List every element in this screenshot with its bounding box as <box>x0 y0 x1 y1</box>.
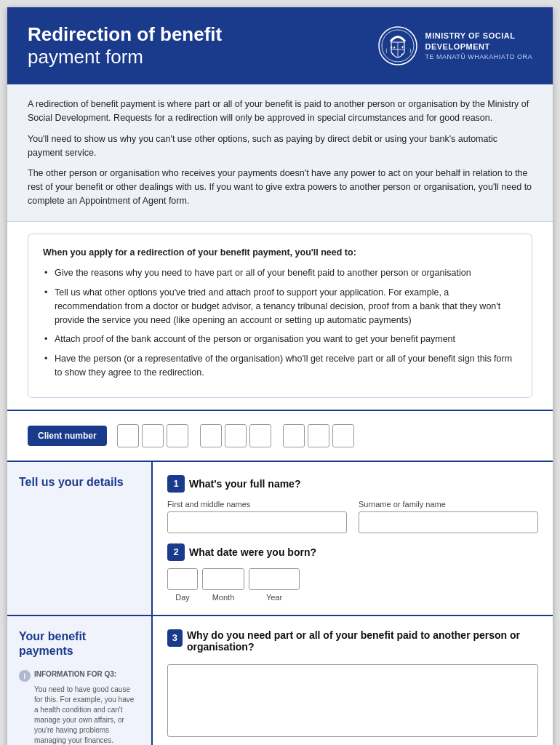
section-right-details: 1 What's your full name? First and middl… <box>153 462 553 615</box>
client-number-row: Client number <box>7 410 553 462</box>
q1-label: What's your full name? <box>189 478 300 490</box>
section-title-benefit: Your benefit payments <box>19 629 140 660</box>
info-note-text: You need to have good cause for this. Fo… <box>19 685 140 745</box>
cn-digit-8[interactable] <box>308 424 329 447</box>
info-box: When you apply for a redirection of your… <box>28 234 532 398</box>
section-tell-us-details: Tell us your details 1 What's your full … <box>7 462 553 616</box>
question-2: 2 What date were you born? Day Month Yea… <box>167 543 538 602</box>
cn-digit-5[interactable] <box>225 424 247 447</box>
page: Redirection of benefit payment form ★★ ✦ <box>7 7 553 745</box>
day-input[interactable] <box>167 568 198 590</box>
section-left-details: Tell us your details <box>7 462 153 615</box>
cn-digit-2[interactable] <box>142 424 164 447</box>
q3-badge: 3 <box>167 629 183 647</box>
section-right-benefit: 3 Why do you need part or all of your be… <box>153 616 553 745</box>
svg-text:✦: ✦ <box>391 52 394 56</box>
intro-para1: A redirection of benefit payment is wher… <box>28 97 532 125</box>
header-title-bold: Redirection of benefit <box>28 23 222 45</box>
client-number-label: Client number <box>28 426 107 446</box>
info-note-block: i INFORMATION FOR Q3: You need to have g… <box>19 669 140 745</box>
svg-text:⟩: ⟩ <box>409 48 412 53</box>
dob-field-group: Day Month Year <box>167 568 538 602</box>
cn-digit-6[interactable] <box>249 424 271 447</box>
cn-digit-3[interactable] <box>167 424 188 447</box>
header-title-normal: payment form <box>28 46 143 68</box>
year-input[interactable] <box>249 568 300 590</box>
info-note-label: INFORMATION FOR Q3: <box>34 669 116 679</box>
client-number-boxes <box>117 424 354 447</box>
list-item: Have the person (or a representative of … <box>43 352 517 380</box>
year-label: Year <box>249 593 300 602</box>
first-name-label: First and middle names <box>167 500 347 509</box>
header-title: Redirection of benefit payment form <box>28 23 222 68</box>
svg-text:⟨: ⟨ <box>385 48 388 53</box>
q3-textarea[interactable] <box>167 664 538 737</box>
question-1: 1 What's your full name? First and middl… <box>167 475 538 533</box>
surname-input[interactable] <box>359 511 538 533</box>
info-icon: i <box>19 670 31 682</box>
day-label: Day <box>167 593 198 602</box>
logo-sub: TE MANATŪ WHAKAHIATO ORA <box>425 52 532 61</box>
section-title-details: Tell us your details <box>19 475 140 490</box>
section-left-benefit: Your benefit payments i INFORMATION FOR … <box>7 616 153 745</box>
month-input[interactable] <box>202 568 244 590</box>
svg-text:✦: ✦ <box>401 45 404 49</box>
header-logo: ★★ ✦ ✦ ♦ ⟨ ⟩ MINISTRY OF SOCIAL DEVELOPM… <box>378 26 532 65</box>
logo-line1: MINISTRY OF SOCIAL <box>425 31 532 41</box>
logo-text: MINISTRY OF SOCIAL DEVELOPMENT TE MANATŪ… <box>425 31 532 61</box>
q1-field-group: First and middle names Surname or family… <box>167 500 538 533</box>
month-label: Month <box>202 593 244 602</box>
cn-digit-4[interactable] <box>200 424 222 447</box>
q3-label: Why do you need part or all of your bene… <box>187 629 538 653</box>
info-box-title: When you apply for a redirection of your… <box>43 246 517 260</box>
q2-badge: 2 <box>167 543 185 561</box>
first-name-input[interactable] <box>167 511 347 533</box>
q1-badge: 1 <box>167 475 185 493</box>
cn-digit-9[interactable] <box>332 424 354 447</box>
header: Redirection of benefit payment form ★★ ✦ <box>7 7 553 84</box>
cn-digit-1[interactable] <box>117 424 139 447</box>
first-name-field: First and middle names <box>167 500 347 533</box>
svg-text:♦: ♦ <box>401 52 404 56</box>
cn-digit-7[interactable] <box>283 424 305 447</box>
intro-section: A redirection of benefit payment is wher… <box>7 84 553 221</box>
surname-field: Surname or family name <box>359 500 538 533</box>
info-note: i INFORMATION FOR Q3: <box>19 669 140 682</box>
year-field: Year <box>249 568 300 602</box>
month-field: Month <box>202 568 244 602</box>
day-field: Day <box>167 568 198 602</box>
logo-line2: DEVELOPMENT <box>425 41 532 52</box>
info-box-list: Give the reasons why you need to have pa… <box>43 266 517 379</box>
q2-label: What date were you born? <box>189 546 316 558</box>
intro-para3: The other person or organisation who rec… <box>28 167 532 207</box>
surname-label: Surname or family name <box>359 500 538 509</box>
intro-para2: You'll need to show us why you can't use… <box>28 132 532 160</box>
nz-crest-icon: ★★ ✦ ✦ ♦ ⟨ ⟩ <box>378 26 417 65</box>
list-item: Give the reasons why you need to have pa… <box>43 266 517 280</box>
section-benefit-payments: Your benefit payments i INFORMATION FOR … <box>7 616 553 745</box>
svg-text:★★: ★★ <box>390 45 396 49</box>
list-item: Attach proof of the bank account of the … <box>43 332 517 346</box>
list-item: Tell us what other options you've tried … <box>43 286 517 327</box>
